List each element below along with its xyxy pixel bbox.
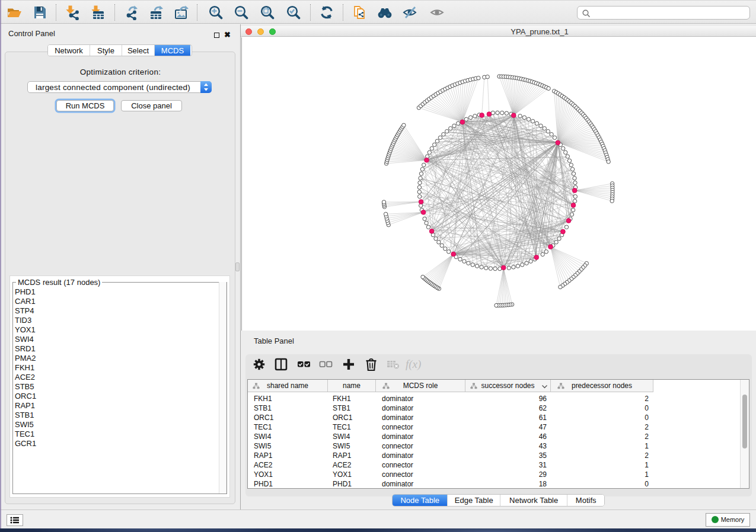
- svg-text:f(x): f(x): [406, 358, 421, 371]
